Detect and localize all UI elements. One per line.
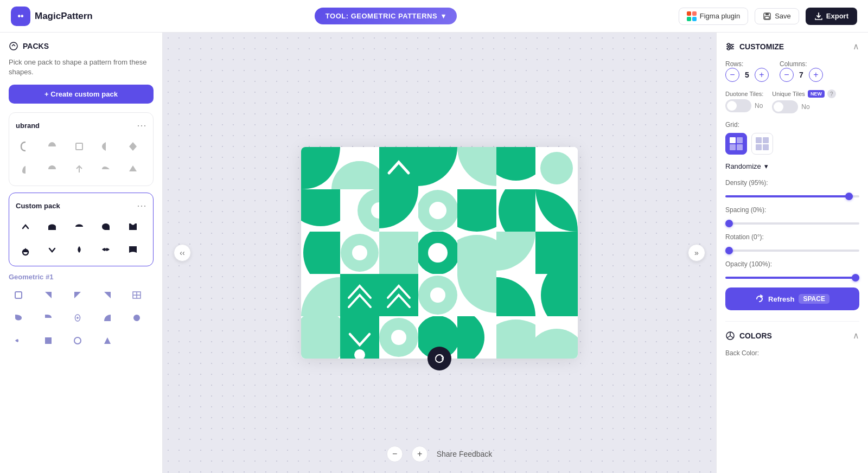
export-button[interactable]: Export xyxy=(806,8,857,25)
canvas-nav-left[interactable]: ‹‹ xyxy=(174,244,191,261)
shape-item[interactable] xyxy=(96,137,116,156)
rows-control: Rows: − 5 + xyxy=(725,60,769,82)
shape-item[interactable] xyxy=(98,331,117,350)
shape-item[interactable] xyxy=(127,285,146,305)
randomize-control[interactable]: Randomize ▾ xyxy=(725,162,859,170)
svg-rect-1 xyxy=(692,11,697,16)
packs-description: Pick one pack to shape a pattern from th… xyxy=(9,57,154,77)
shape-item[interactable] xyxy=(123,217,143,237)
logo: •• MagicPattern xyxy=(11,7,93,26)
save-button[interactable]: Save xyxy=(755,8,799,24)
grid-full-icon xyxy=(729,136,744,151)
main-layout: PACKS Pick one pack to shape a pattern f… xyxy=(0,33,868,473)
density-slider-section: Density (95%): xyxy=(725,179,859,200)
unique-tiles-toggle[interactable] xyxy=(772,100,798,113)
save-icon xyxy=(763,12,771,21)
pack-shapes-ubrand xyxy=(16,137,146,179)
grid-option-full[interactable] xyxy=(725,133,747,155)
pack-menu-ubrand[interactable]: ⋯ xyxy=(137,119,146,131)
shape-item[interactable] xyxy=(96,217,116,237)
shape-item[interactable] xyxy=(96,240,116,259)
canvas-nav-right[interactable]: » xyxy=(688,244,705,261)
sidebar: PACKS Pick one pack to shape a pattern f… xyxy=(0,33,163,473)
refresh-center-button[interactable] xyxy=(427,347,451,370)
customize-section-header: CUSTOMIZE ∧ xyxy=(725,41,859,52)
refresh-button[interactable]: Refresh SPACE xyxy=(725,287,859,310)
cols-decrement-button[interactable]: − xyxy=(780,68,794,82)
cols-increment-button[interactable]: + xyxy=(809,68,823,82)
right-panel: CUSTOMIZE ∧ Rows: − 5 + Columns: − 7 + xyxy=(716,33,868,473)
svg-rect-127 xyxy=(756,137,762,143)
shape-item[interactable] xyxy=(69,137,89,156)
shape-item[interactable] xyxy=(123,137,143,156)
colors-collapse-button[interactable]: ∧ xyxy=(853,330,859,341)
shape-item[interactable] xyxy=(69,159,89,179)
density-slider[interactable] xyxy=(725,195,859,197)
pack-menu-custom[interactable]: ⋯ xyxy=(137,200,146,212)
create-custom-pack-button[interactable]: + Create custom pack xyxy=(9,85,154,104)
shape-item[interactable] xyxy=(69,240,89,259)
svg-point-12 xyxy=(133,315,140,321)
shape-item[interactable] xyxy=(16,217,35,237)
rows-decrement-button[interactable]: − xyxy=(725,68,739,82)
rows-increment-button[interactable]: + xyxy=(755,68,769,82)
refresh-label: Refresh xyxy=(768,295,794,303)
shape-item[interactable] xyxy=(16,137,35,156)
svg-rect-126 xyxy=(737,144,743,150)
shape-item[interactable] xyxy=(68,285,87,305)
shape-item[interactable] xyxy=(98,285,117,305)
shape-item[interactable] xyxy=(9,331,28,350)
svg-rect-9 xyxy=(76,143,82,150)
shape-item[interactable] xyxy=(9,308,28,328)
pack-card-ubrand: ubrand ⋯ xyxy=(9,112,154,186)
zoom-in-button[interactable]: + xyxy=(412,446,428,462)
shape-item[interactable] xyxy=(16,159,35,179)
duotone-toggle[interactable] xyxy=(725,99,751,112)
pattern-svg xyxy=(301,147,578,359)
feedback-label[interactable]: Share Feedback xyxy=(437,450,493,458)
rows-cols-control: Rows: − 5 + Columns: − 7 + xyxy=(725,60,859,82)
shape-item[interactable] xyxy=(9,285,28,305)
shape-item[interactable] xyxy=(42,137,62,156)
svg-point-34 xyxy=(540,152,573,184)
shape-item[interactable] xyxy=(123,240,143,259)
grid-label: Grid: xyxy=(725,121,859,129)
shape-item[interactable] xyxy=(68,308,87,328)
shape-item[interactable] xyxy=(16,240,35,259)
svg-point-4 xyxy=(687,17,691,21)
help-icon[interactable]: ? xyxy=(827,90,836,98)
unique-tiles-value: No xyxy=(801,103,809,111)
customize-collapse-button[interactable]: ∧ xyxy=(853,41,859,52)
shape-item[interactable] xyxy=(42,217,62,237)
svg-point-122 xyxy=(727,48,730,50)
shape-item[interactable] xyxy=(96,159,116,179)
tiles-toggles: Duotone Tiles: No Unique Tiles NEW ? No xyxy=(725,90,859,113)
opacity-label: Opacity (100%): xyxy=(725,260,859,268)
pack-shapes-geo xyxy=(9,285,154,350)
rotation-slider[interactable] xyxy=(725,250,859,252)
shape-item[interactable] xyxy=(123,159,143,179)
unique-tiles-label: Unique Tiles xyxy=(772,91,805,97)
shape-item[interactable] xyxy=(39,285,58,305)
grid-option-sparse[interactable] xyxy=(751,133,773,155)
spacing-slider[interactable] xyxy=(725,222,859,225)
grid-sparse-icon xyxy=(755,136,770,151)
canvas-bottom-bar: − + Share Feedback xyxy=(387,446,493,462)
shape-item[interactable] xyxy=(127,308,146,328)
figma-plugin-button[interactable]: Figma plugin xyxy=(679,8,748,25)
shape-item[interactable] xyxy=(39,308,58,328)
svg-point-104 xyxy=(391,330,406,345)
shape-item[interactable] xyxy=(42,159,62,179)
packs-icon xyxy=(9,41,18,51)
svg-point-46 xyxy=(429,202,446,219)
shape-item[interactable] xyxy=(98,308,117,328)
shape-item[interactable] xyxy=(69,217,89,237)
tool-selector-button[interactable]: TOOL: GEOMETRIC PATTERNS ▾ xyxy=(315,8,457,24)
cols-control: Columns: − 7 + xyxy=(780,60,823,82)
shape-item[interactable] xyxy=(39,331,58,350)
zoom-out-button[interactable]: − xyxy=(387,446,403,462)
shape-item[interactable] xyxy=(42,240,62,259)
svg-rect-123 xyxy=(730,137,736,143)
opacity-slider[interactable] xyxy=(725,277,859,279)
shape-item[interactable] xyxy=(68,331,87,350)
